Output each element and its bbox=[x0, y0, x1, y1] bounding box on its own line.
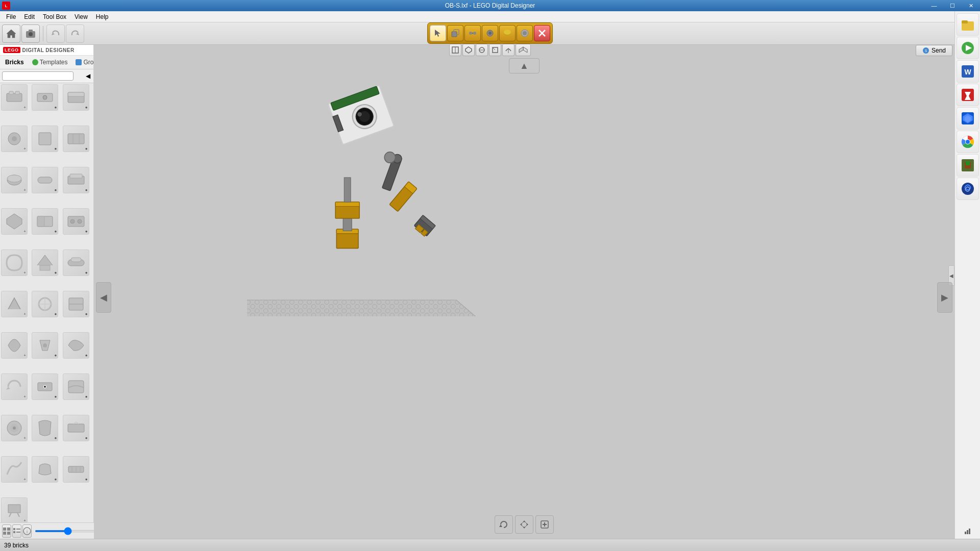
svg-marker-29 bbox=[519, 47, 523, 53]
brick-item-19[interactable]: + bbox=[1, 332, 28, 359]
view-btn-5[interactable] bbox=[502, 44, 514, 56]
brick-item-12[interactable]: ● bbox=[63, 208, 89, 235]
brick-item-16[interactable]: + bbox=[1, 291, 28, 317]
brick-item-27[interactable]: ● bbox=[63, 415, 89, 441]
zoom-in-icon bbox=[540, 519, 550, 530]
view-icon-3 bbox=[478, 46, 486, 54]
brick-item-1[interactable]: + bbox=[1, 84, 28, 111]
app-btn-word[interactable]: W bbox=[957, 60, 979, 83]
app-btn-blue3d[interactable] bbox=[957, 107, 979, 130]
nav-up-button[interactable]: ▲ bbox=[509, 58, 540, 73]
brick-item-28[interactable]: + bbox=[1, 456, 28, 483]
maximize-button[interactable]: ☐ bbox=[943, 0, 962, 11]
titlebar-title: OB-S.lxf - LEGO Digital Designer bbox=[445, 2, 535, 9]
brick-count: 39 bricks bbox=[4, 542, 29, 549]
home-button[interactable] bbox=[2, 24, 20, 43]
view-btn-1[interactable] bbox=[449, 44, 461, 56]
brick-item-30[interactable]: ● bbox=[63, 456, 89, 483]
svg-rect-136 bbox=[966, 161, 970, 165]
svg-rect-122 bbox=[962, 20, 968, 23]
menu-view[interactable]: View bbox=[70, 12, 92, 21]
brick-item-5[interactable]: ● bbox=[32, 126, 58, 152]
select-tool-button[interactable] bbox=[430, 25, 446, 41]
svg-point-9 bbox=[469, 32, 472, 35]
svg-text:i: i bbox=[27, 529, 28, 534]
brick-item-21[interactable]: ● bbox=[63, 332, 89, 359]
delete-tool-button[interactable] bbox=[534, 25, 550, 41]
select-icon bbox=[433, 29, 443, 38]
send-button[interactable]: S Send bbox=[916, 45, 952, 56]
app-btn-folder[interactable] bbox=[957, 13, 979, 36]
nav-right-button[interactable]: ▶ bbox=[937, 282, 952, 313]
menu-edit[interactable]: Edit bbox=[20, 12, 39, 21]
brick-item-23[interactable]: ● bbox=[32, 373, 58, 400]
brick-item-9[interactable]: ● bbox=[63, 167, 89, 193]
brick-item-25[interactable]: + bbox=[1, 415, 28, 441]
brick-item-24[interactable]: ● bbox=[63, 373, 89, 400]
menu-toolbox[interactable]: Tool Box bbox=[39, 12, 70, 21]
list-view-btn[interactable] bbox=[12, 524, 21, 538]
brick-item-7[interactable]: + bbox=[1, 167, 28, 193]
svg-rect-56 bbox=[40, 265, 50, 270]
tab-bricks[interactable]: Bricks bbox=[2, 58, 27, 67]
app-btn-minecraft[interactable] bbox=[957, 154, 979, 177]
search-input[interactable] bbox=[2, 71, 74, 81]
pan-view-btn[interactable] bbox=[515, 515, 533, 534]
brick-item-6[interactable]: ● bbox=[63, 126, 89, 152]
view-btn-4[interactable] bbox=[489, 44, 501, 56]
brick-item-4[interactable]: + bbox=[1, 126, 28, 152]
brick-item-26[interactable]: ● bbox=[32, 415, 58, 441]
lego-logo: LEGO bbox=[3, 47, 20, 53]
svg-rect-97 bbox=[335, 202, 359, 207]
brick-item-8[interactable]: ● bbox=[32, 167, 58, 193]
grid-view-btn[interactable] bbox=[2, 524, 11, 538]
paint-tool-button[interactable] bbox=[499, 25, 516, 41]
minimize-button[interactable]: — bbox=[925, 0, 943, 11]
grid-view-icon bbox=[3, 527, 11, 535]
connect-tool-button[interactable] bbox=[464, 25, 481, 41]
close-button[interactable]: ✕ bbox=[962, 0, 980, 11]
brick-item-13[interactable]: + bbox=[1, 249, 28, 276]
view-btn-3[interactable] bbox=[476, 44, 488, 56]
svg-marker-4 bbox=[52, 33, 55, 35]
nav-left-button[interactable]: ◀ bbox=[96, 282, 111, 313]
brick-item-18[interactable]: ● bbox=[63, 291, 89, 317]
app-btn-green[interactable] bbox=[957, 37, 979, 59]
app-btn-red[interactable] bbox=[957, 84, 979, 106]
brick-item-29[interactable]: ● bbox=[32, 456, 58, 483]
undo-button[interactable] bbox=[46, 24, 65, 43]
brick-item-22[interactable]: + bbox=[1, 373, 28, 400]
clone-tool-button[interactable] bbox=[447, 25, 463, 41]
rotate-view-btn[interactable] bbox=[495, 515, 513, 534]
zoom-in-view-btn[interactable] bbox=[535, 515, 554, 534]
flex-tool-button[interactable] bbox=[517, 25, 533, 41]
svg-point-55 bbox=[78, 219, 82, 223]
brick-item-3[interactable]: ● bbox=[63, 84, 89, 111]
svg-rect-47 bbox=[38, 177, 52, 183]
collapse-panel-btn[interactable]: ◀ bbox=[85, 71, 91, 81]
app-btn-chrome[interactable] bbox=[957, 131, 979, 153]
brick-item-17[interactable]: ● bbox=[32, 291, 58, 317]
svg-point-15 bbox=[504, 30, 511, 35]
brick-item-20[interactable]: ● bbox=[32, 332, 58, 359]
camera-button[interactable] bbox=[21, 24, 40, 43]
view-icon-2 bbox=[464, 46, 473, 54]
brick-item-31[interactable]: + bbox=[1, 497, 28, 524]
app-btn-swirl[interactable] bbox=[957, 178, 979, 200]
svg-text:W: W bbox=[964, 68, 971, 76]
brick-item-11[interactable]: ● bbox=[32, 208, 58, 235]
tab-templates[interactable]: Templates bbox=[29, 58, 71, 67]
brick-item-2[interactable]: ● bbox=[32, 84, 58, 111]
brick-item-15[interactable]: ● bbox=[63, 249, 89, 276]
info-btn[interactable]: i bbox=[22, 524, 32, 538]
brick-item-10[interactable]: + bbox=[1, 208, 28, 235]
view-btn-2[interactable] bbox=[462, 44, 475, 56]
hinge-tool-button[interactable] bbox=[482, 25, 498, 41]
view-btn-6[interactable] bbox=[516, 44, 531, 56]
menu-file[interactable]: File bbox=[2, 12, 20, 21]
brick-item-14[interactable]: ● bbox=[32, 249, 58, 276]
info-icon: i bbox=[23, 527, 31, 535]
zoom-slider[interactable] bbox=[35, 530, 101, 532]
redo-button[interactable] bbox=[66, 24, 84, 43]
menu-help[interactable]: Help bbox=[92, 12, 113, 21]
